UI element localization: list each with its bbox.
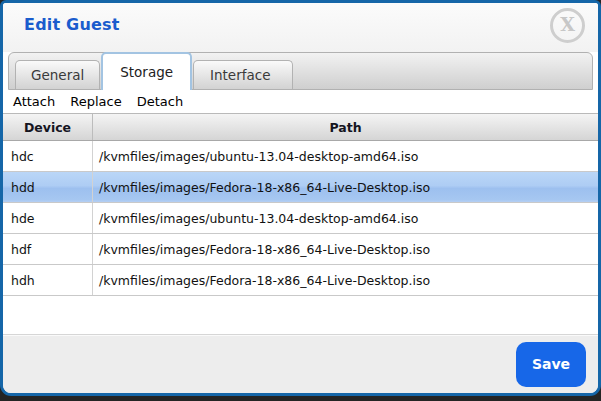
tab-storage[interactable]: Storage [101,52,192,90]
table-row[interactable]: hdd /kvmfiles/images/Fedora-18-x86_64-Li… [3,172,598,203]
tab-label: Storage [120,64,173,80]
column-header-device: Device [3,114,93,140]
close-button[interactable]: X [550,8,585,43]
toolbar-action-replace[interactable]: Replace [70,94,121,109]
edit-guest-dialog: Edit Guest X General Storage Interface [0,0,601,396]
device-cell: hdc [3,141,93,171]
table-header-row: Device Path [3,113,598,141]
table-row[interactable]: hdf /kvmfiles/images/Fedora-18-x86_64-Li… [3,234,598,265]
storage-toolbar: Attach Replace Detach [3,90,598,113]
path-cell: /kvmfiles/images/ubuntu-13.04-desktop-am… [93,141,598,171]
content-spacer [3,296,598,334]
close-icon: X [560,15,575,34]
column-header-path: Path [93,114,598,140]
tab-general[interactable]: General [15,60,100,89]
table-body: hdc /kvmfiles/images/ubuntu-13.04-deskto… [3,141,598,296]
table-row[interactable]: hde /kvmfiles/images/ubuntu-13.04-deskto… [3,203,598,234]
dialog-title: Edit Guest [24,15,120,34]
table-row[interactable]: hdh /kvmfiles/images/Fedora-18-x86_64-Li… [3,265,598,296]
tab-interface[interactable]: Interface [193,60,293,89]
table-row[interactable]: hdc /kvmfiles/images/ubuntu-13.04-deskto… [3,141,598,172]
device-cell: hde [3,203,93,233]
device-cell: hdf [3,234,93,264]
tab-label: Interface [210,67,270,83]
storage-table: Device Path hdc /kvmfiles/images/ubuntu-… [3,113,598,296]
path-cell: /kvmfiles/images/Fedora-18-x86_64-Live-D… [93,265,598,295]
device-cell: hdh [3,265,93,295]
save-button[interactable]: Save [516,342,586,387]
dialog-header: Edit Guest X [3,3,598,52]
dialog-footer: Save [3,334,598,393]
tab-strip: General Storage Interface [8,52,593,90]
tab-label: General [31,67,84,83]
path-cell: /kvmfiles/images/Fedora-18-x86_64-Live-D… [93,234,598,264]
device-cell: hdd [3,172,93,202]
toolbar-action-attach[interactable]: Attach [13,94,55,109]
path-cell: /kvmfiles/images/Fedora-18-x86_64-Live-D… [93,172,598,202]
screen-background: Edit Guest X General Storage Interface [0,0,601,401]
path-cell: /kvmfiles/images/ubuntu-13.04-desktop-am… [93,203,598,233]
toolbar-action-detach[interactable]: Detach [137,94,183,109]
